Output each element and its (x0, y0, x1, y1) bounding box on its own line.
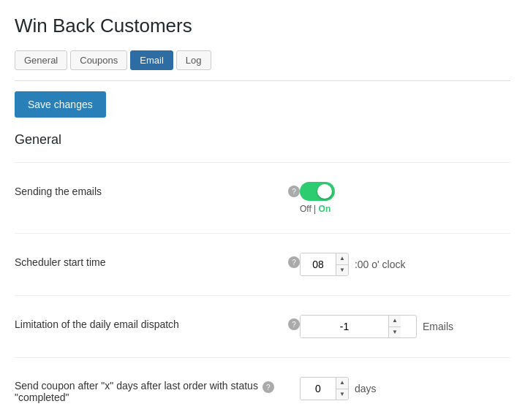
tab-email[interactable]: Email (130, 50, 173, 70)
coupon-days-unit: days (355, 383, 377, 394)
coupon-days-label-wrap: Send coupon after "x" days after last or… (15, 370, 300, 413)
tab-general[interactable]: General (15, 50, 67, 70)
tab-bar: General Coupons Email Log (15, 50, 510, 70)
scheduler-help-icon[interactable]: ? (288, 256, 300, 268)
scheduler-down-button[interactable]: ▼ (336, 265, 348, 276)
scheduler-arrows: ▲ ▼ (336, 253, 348, 275)
sending-emails-toggle[interactable] (300, 182, 335, 201)
daily-limit-help-icon[interactable]: ? (288, 318, 300, 330)
toggle-on-label: On (319, 204, 331, 214)
sending-emails-control: Off | On (300, 175, 510, 221)
row-scheduler: Scheduler start time ? 08 ▲ ▼ :00 o' clo… (15, 233, 510, 295)
daily-limit-control: -1 ▲ ▼ Emails (300, 308, 510, 345)
coupon-days-spinner: 0 ▲ ▼ (300, 377, 349, 400)
toggle-thumb (317, 184, 332, 199)
tab-log[interactable]: Log (176, 50, 211, 70)
coupon-days-label-line1: Send coupon after "x" days after last or… (15, 380, 258, 392)
coupon-days-help-icon[interactable]: ? (262, 381, 274, 393)
toggle-label: Off | On (300, 204, 335, 214)
scheduler-control: 08 ▲ ▼ :00 o' clock (300, 245, 510, 283)
daily-limit-label-wrap: Limitation of the daily email dispatch ? (15, 308, 300, 340)
coupon-days-label-lines: Send coupon after "x" days after last or… (15, 380, 258, 403)
coupon-days-up-button[interactable]: ▲ (336, 378, 348, 389)
scheduler-suffix: :00 o' clock (355, 259, 406, 270)
coupon-days-arrows: ▲ ▼ (336, 378, 348, 400)
toggle-off-label: Off | (300, 204, 316, 214)
row-coupon-days: Send coupon after "x" days after last or… (15, 357, 510, 420)
coupon-days-control: 0 ▲ ▼ days (300, 370, 510, 408)
daily-limit-arrows: ▲ ▼ (388, 316, 401, 337)
scheduler-spinner: 08 ▲ ▼ (300, 253, 349, 276)
toggle-wrap: Off | On (300, 182, 335, 214)
daily-limit-label: Limitation of the daily email dispatch (15, 318, 284, 330)
tab-coupons[interactable]: Coupons (70, 50, 127, 70)
coupon-days-input[interactable]: 0 (301, 378, 336, 400)
sending-emails-label-wrap: Sending the emails ? (15, 175, 300, 207)
toggle-track (300, 182, 335, 201)
section-title: General (15, 132, 510, 148)
scheduler-up-button[interactable]: ▲ (336, 253, 348, 265)
sending-emails-label: Sending the emails (15, 186, 284, 197)
coupon-days-label-line2: "completed" (15, 392, 258, 403)
scheduler-label: Scheduler start time (15, 256, 284, 268)
save-button[interactable]: Save changes (15, 91, 106, 118)
daily-limit-unit: Emails (423, 321, 453, 332)
tab-divider (15, 80, 510, 81)
scheduler-input[interactable]: 08 (301, 253, 336, 275)
page-title: Win Back Customers (15, 15, 510, 37)
daily-limit-spinner: -1 ▲ ▼ (300, 315, 417, 338)
daily-limit-input[interactable]: -1 (301, 316, 388, 337)
sending-emails-help-icon[interactable]: ? (288, 186, 300, 197)
row-daily-limit: Limitation of the daily email dispatch ?… (15, 295, 510, 357)
scheduler-label-wrap: Scheduler start time ? (15, 245, 300, 278)
coupon-days-down-button[interactable]: ▼ (336, 389, 348, 400)
row-sending-emails: Sending the emails ? Off | On (15, 162, 510, 233)
daily-limit-down-button[interactable]: ▼ (389, 327, 401, 338)
daily-limit-up-button[interactable]: ▲ (389, 316, 401, 327)
